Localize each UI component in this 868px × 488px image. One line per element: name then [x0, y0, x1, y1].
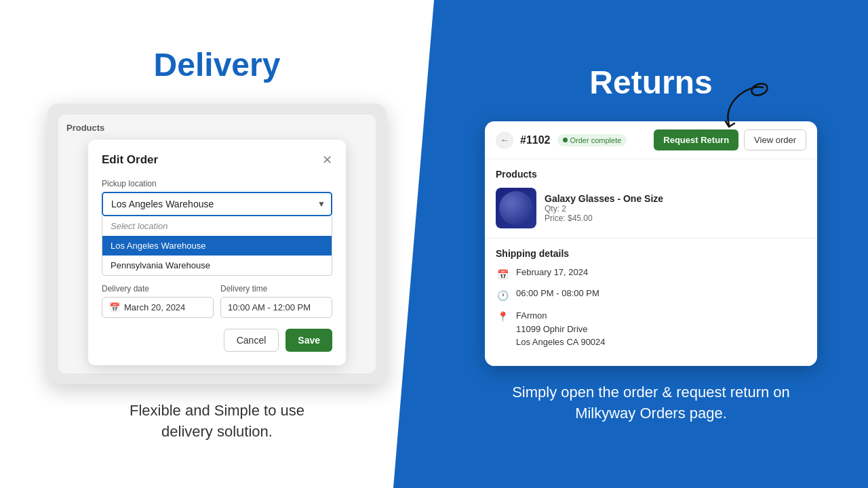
order-card-header: ← #1102 Order complete Request Return Vi… [485, 121, 817, 159]
cancel-button[interactable]: Cancel [224, 329, 279, 352]
product-image-inner [499, 191, 533, 225]
shipping-time-row: 🕐 06:00 PM - 08:00 PM [496, 288, 806, 302]
calendar-icon: 📅 [109, 302, 120, 312]
save-button[interactable]: Save [285, 329, 332, 352]
dropdown-item-la[interactable]: Los Angeles Warehouse [102, 236, 332, 256]
right-title: Returns [589, 64, 712, 101]
pickup-select-wrapper: Los Angeles Warehouse ▼ [102, 192, 332, 216]
edit-order-modal: Edit Order ✕ Pickup location Los Angeles… [88, 140, 346, 365]
annotation-area: ← #1102 Order complete Request Return Vi… [485, 121, 817, 366]
shipping-address: FArmon 11099 Ophir Drive Los Angeles CA … [516, 309, 606, 349]
delivery-date-value: March 20, 2024 [124, 302, 185, 312]
modal-title: Edit Order [102, 153, 158, 167]
dropdown-item-pa[interactable]: Pennsylvania Warehouse [102, 256, 332, 275]
delivery-time-col: Delivery time 10:00 AM - 12:00 PM [220, 284, 332, 318]
right-description: Simply open the order & request return o… [509, 382, 793, 424]
order-card: ← #1102 Order complete Request Return Vi… [485, 121, 817, 366]
header-actions: Request Return View order [654, 129, 806, 150]
product-qty: Qty: 2 [545, 204, 806, 214]
location-icon: 📍 [496, 310, 509, 323]
shipping-address-line1: 11099 Ophir Drive [516, 323, 606, 336]
tablet-mockup: Products Edit Order ✕ Pickup location Lo… [47, 104, 387, 384]
pickup-label: Pickup location [102, 179, 332, 188]
back-button[interactable]: ← [496, 131, 513, 149]
tablet-topbar: Products [66, 123, 368, 133]
delivery-date-col: Delivery date 📅 March 20, 2024 [102, 284, 214, 318]
products-heading: Products [496, 169, 806, 180]
status-dot [563, 138, 568, 142]
products-section: Products Galaxy Glasses - One Size Qty: … [485, 159, 817, 239]
delivery-date-label: Delivery date [102, 284, 214, 293]
shipping-heading: Shipping details [496, 248, 806, 259]
shipping-address-line2: Los Angeles CA 90024 [516, 336, 606, 349]
tablet-inner: Products Edit Order ✕ Pickup location Lo… [58, 115, 376, 373]
shipping-date: February 17, 2024 [516, 267, 588, 277]
product-price: Price: $45.00 [545, 214, 806, 223]
shipping-name: FArmon [516, 309, 606, 323]
view-order-button[interactable]: View order [744, 129, 806, 150]
dropdown-header: Select location [102, 216, 332, 236]
modal-footer: Cancel Save [102, 329, 332, 352]
pickup-select[interactable]: Los Angeles Warehouse [102, 192, 332, 216]
svg-point-0 [750, 82, 769, 98]
product-image [496, 188, 536, 228]
product-info: Galaxy Glasses - One Size Qty: 2 Price: … [545, 193, 806, 223]
right-panel: Returns ← #1102 Order complete Request R… [434, 0, 868, 488]
calendar-icon: 📅 [496, 268, 509, 281]
status-text: Order complete [570, 136, 622, 144]
left-panel: Delivery Products Edit Order ✕ Pickup lo… [0, 0, 434, 488]
product-name: Galaxy Glasses - One Size [545, 193, 806, 204]
delivery-row: Delivery date 📅 March 20, 2024 Delivery … [102, 284, 332, 318]
order-number: #1102 [520, 134, 551, 146]
status-badge: Order complete [557, 134, 627, 146]
product-row: Galaxy Glasses - One Size Qty: 2 Price: … [496, 188, 806, 228]
delivery-date-input[interactable]: 📅 March 20, 2024 [102, 297, 214, 318]
pickup-dropdown: Select location Los Angeles Warehouse Pe… [102, 216, 332, 276]
shipping-address-row: 📍 FArmon 11099 Ophir Drive Los Angeles C… [496, 309, 806, 349]
clock-icon: 🕐 [496, 289, 509, 302]
shipping-section: Shipping details 📅 February 17, 2024 🕐 0… [485, 239, 817, 366]
shipping-time: 06:00 PM - 08:00 PM [516, 288, 599, 298]
delivery-time-wrapper: 10:00 AM - 12:00 PM [220, 297, 332, 318]
shipping-date-row: 📅 February 17, 2024 [496, 267, 806, 281]
left-title: Delivery [154, 46, 281, 83]
modal-header: Edit Order ✕ [102, 153, 332, 167]
close-button[interactable]: ✕ [322, 154, 332, 166]
request-return-button[interactable]: Request Return [654, 129, 738, 150]
delivery-time-select[interactable]: 10:00 AM - 12:00 PM [220, 297, 332, 318]
delivery-time-label: Delivery time [220, 284, 332, 293]
left-description: Flexible and Simple to usedelivery solut… [130, 401, 304, 443]
